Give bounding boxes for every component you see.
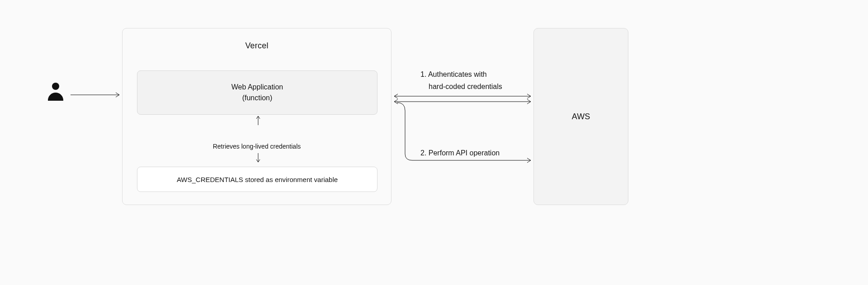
aws-credentials-label: AWS_CREDENTIALS stored as environment va…: [177, 176, 338, 183]
arrow-api-operation: [397, 102, 533, 165]
retrieve-credentials-label: Retrieves long-lived credentials: [123, 143, 391, 150]
auth-label-line2: hard-coded credentials: [420, 80, 502, 93]
aws-title: AWS: [572, 112, 590, 121]
web-application-box: Web Application (function): [137, 70, 377, 115]
webapp-label-line1: Web Application: [231, 83, 283, 91]
auth-label: 1. Authenticates with hard-coded credent…: [420, 68, 502, 93]
vercel-title: Vercel: [123, 41, 391, 51]
aws-container: AWS: [533, 28, 628, 205]
auth-label-line1: 1. Authenticates with: [420, 68, 502, 80]
aws-credentials-box: AWS_CREDENTIALS stored as environment va…: [137, 167, 377, 192]
user-icon: [47, 83, 65, 105]
arrow-auth-top: [392, 93, 533, 99]
arrow-down-icon: [255, 153, 261, 163]
diagram-canvas: Vercel Web Application (function) Retrie…: [0, 0, 868, 285]
arrow-user-to-vercel: [71, 90, 122, 99]
arrow-up-icon: [255, 115, 261, 125]
webapp-label-line2: (function): [242, 94, 273, 102]
